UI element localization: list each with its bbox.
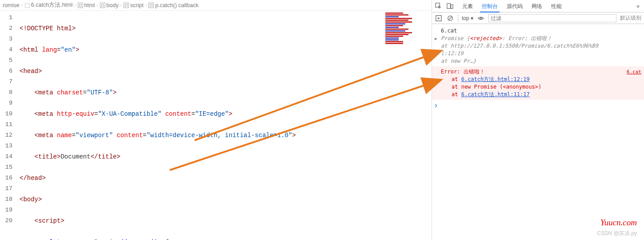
console-error[interactable]: 6.cat Error: 出错啦！ at 6.catch方法.html:12:1…	[432, 66, 644, 100]
expand-caret-icon[interactable]: ▶	[435, 35, 437, 42]
breadcrumb[interactable]: romise › ⬚ 6.catch方法.html › html › body …	[0, 0, 432, 11]
tab-performance[interactable]: 性能	[547, 0, 566, 12]
source-link[interactable]: 6.cat	[441, 28, 457, 34]
cube-icon	[100, 3, 105, 8]
clear-console-icon[interactable]	[446, 14, 454, 22]
stack-link[interactable]: 6.catch方法.html:12:19	[461, 76, 530, 82]
breadcrumb-item[interactable]: html	[78, 2, 95, 8]
console-filter-bar: top ▾ 默认级别	[432, 12, 644, 24]
devtools-toolbar: 元素 控制台 源代码 网络 性能 »	[432, 0, 644, 12]
console-prompt[interactable]: ❯	[432, 100, 644, 102]
tab-console[interactable]: 控制台	[477, 0, 502, 12]
breadcrumb-item[interactable]: script	[124, 2, 144, 8]
cube-icon	[78, 3, 83, 8]
chevron-right-icon: ›	[145, 3, 147, 8]
watermark: Yuucn.com	[600, 218, 637, 228]
breadcrumb-item[interactable]: ⬚ 6.catch方法.html	[24, 1, 72, 9]
chevron-right-icon: ›	[74, 3, 76, 8]
svg-point-5	[480, 17, 482, 19]
cube-icon	[148, 3, 154, 8]
devtools-pane: 元素 控制台 源代码 网络 性能 » top ▾ 默认级别 6.cat Prom…	[432, 0, 644, 240]
line-gutter: 1234567891011121314151617181920	[0, 11, 17, 240]
source-link[interactable]: 6.cat	[627, 68, 641, 76]
breadcrumb-item[interactable]: p.catch() callback	[148, 2, 198, 8]
chevron-right-icon: ›	[21, 3, 23, 8]
svg-rect-2	[451, 5, 453, 8]
more-tabs-button[interactable]: »	[634, 3, 642, 9]
tab-network[interactable]: 网络	[527, 0, 547, 12]
stack-link[interactable]: 6.catch方法.html:11:17	[461, 91, 530, 98]
file-icon: ⬚	[24, 2, 30, 8]
tab-elements[interactable]: 元素	[458, 0, 477, 12]
separator	[458, 15, 458, 22]
code-editor[interactable]: 1234567891011121314151617181920 <!DOCTYP…	[0, 11, 432, 240]
chevron-right-icon: ›	[120, 3, 122, 8]
devtools-tabs: 元素 控制台 源代码 网络 性能	[458, 0, 566, 12]
prompt-caret-icon: ❯	[435, 102, 437, 109]
code-area[interactable]: <!DOCTYPE html> <html lang="en"> <head> …	[17, 11, 432, 240]
context-select[interactable]: top ▾	[462, 15, 473, 21]
editor-pane: romise › ⬚ 6.catch方法.html › html › body …	[0, 0, 432, 240]
eye-icon[interactable]	[477, 14, 485, 22]
chevron-right-icon: ›	[96, 3, 98, 8]
log-level-select[interactable]: 默认级别	[620, 14, 641, 22]
minimap[interactable]	[385, 12, 430, 53]
console-output[interactable]: 6.cat Promise {<rejected>: Error: 出错啦！ ▶…	[432, 24, 644, 240]
play-icon[interactable]	[435, 14, 443, 22]
console-message[interactable]: 6.cat Promise {<rejected>: Error: 出错啦！ ▶…	[432, 26, 644, 66]
breadcrumb-item[interactable]: body	[100, 2, 119, 8]
tab-sources[interactable]: 源代码	[502, 0, 527, 12]
svg-rect-1	[447, 4, 450, 8]
filter-input[interactable]	[488, 14, 616, 22]
breadcrumb-item[interactable]: romise	[3, 2, 20, 8]
watermark: CSDN @苏凉.py	[597, 230, 637, 237]
cube-icon	[124, 3, 129, 8]
device-icon[interactable]	[445, 2, 454, 11]
inspect-icon[interactable]	[434, 2, 443, 11]
